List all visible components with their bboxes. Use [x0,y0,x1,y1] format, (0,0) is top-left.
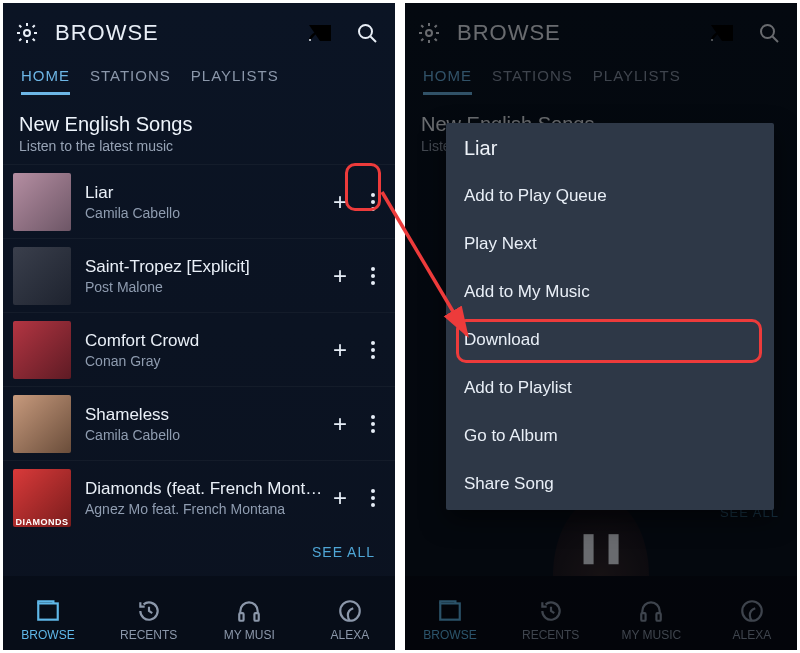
svg-line-3 [371,37,377,43]
menu-item-add-playlist[interactable]: Add to Playlist [446,364,774,412]
see-all-link[interactable]: SEE ALL [3,534,395,566]
album-art [13,321,71,379]
svg-rect-6 [255,613,259,621]
more-icon[interactable] [367,261,379,291]
more-icon[interactable] [367,483,379,513]
section-header: New English Songs Listen to the latest m… [3,95,395,164]
song-title: Diamonds (feat. French Mont… [85,479,325,499]
song-title: Saint-Tropez [Explicit] [85,257,325,277]
nav-label: ALEXA [331,628,370,642]
add-icon[interactable]: + [333,412,347,436]
album-art [13,395,71,453]
song-artist: Conan Gray [85,353,325,369]
album-art [13,173,71,231]
svg-rect-5 [240,613,244,621]
menu-item-play-next[interactable]: Play Next [446,220,774,268]
add-icon[interactable]: + [333,338,347,362]
browse-icon [35,598,61,624]
song-row[interactable]: Liar Camila Cabello + [3,164,395,238]
nav-browse[interactable]: BROWSE [17,598,79,642]
menu-item-add-mymusic[interactable]: Add to My Music [446,268,774,316]
svg-point-1 [309,39,311,41]
song-artist: Post Malone [85,279,325,295]
section-subtitle: Listen to the latest music [19,138,377,154]
recents-icon [136,598,162,624]
nav-label: RECENTS [120,628,177,642]
svg-rect-4 [38,603,58,619]
song-row[interactable]: Shameless Camila Cabello + [3,386,395,460]
nav-mymusic[interactable]: MY MUSI [218,598,280,642]
song-title: Comfort Crowd [85,331,325,351]
nav-recents[interactable]: RECENTS [118,598,180,642]
add-icon[interactable]: + [333,486,347,510]
svg-point-2 [359,25,372,38]
phone-left: BROWSE HOME [3,3,395,650]
menu-item-go-album[interactable]: Go to Album [446,412,774,460]
alexa-icon [337,598,363,624]
nav-label: MY MUSI [224,628,275,642]
song-title: Shameless [85,405,325,425]
more-icon[interactable] [367,409,379,439]
add-icon[interactable]: + [333,264,347,288]
album-art [13,247,71,305]
annotation-highlight-more [345,163,381,211]
nav-alexa[interactable]: ALEXA [319,598,381,642]
tab-playlists[interactable]: PLAYLISTS [191,61,279,95]
song-row[interactable]: DIAMONDS Diamonds (feat. French Mont… Ag… [3,460,395,534]
album-art: DIAMONDS [13,469,71,527]
song-artist: Camila Cabello [85,205,325,221]
song-title: Liar [85,183,325,203]
svg-point-0 [24,30,30,36]
menu-item-share[interactable]: Share Song [446,460,774,508]
song-artist: Agnez Mo feat. French Montana [85,501,325,517]
header-title: BROWSE [55,20,297,46]
tabs: HOME STATIONS PLAYLISTS [3,57,395,95]
tab-stations[interactable]: STATIONS [90,61,171,95]
bottom-nav: BROWSE RECENTS MY MUSI ALEXA [3,576,395,650]
more-icon[interactable] [367,335,379,365]
settings-icon[interactable] [15,21,39,45]
nav-label: BROWSE [21,628,74,642]
tab-home[interactable]: HOME [21,61,70,95]
app-header: BROWSE [3,3,395,57]
song-row[interactable]: Saint-Tropez [Explicit] Post Malone + [3,238,395,312]
song-artist: Camila Cabello [85,427,325,443]
context-menu: Liar Add to Play Queue Play Next Add to … [446,123,774,510]
context-menu-title: Liar [446,123,774,172]
search-icon[interactable] [355,21,379,45]
menu-item-add-queue[interactable]: Add to Play Queue [446,172,774,220]
headphones-icon [236,598,262,624]
cast-icon[interactable] [307,22,333,44]
song-row[interactable]: Comfort Crowd Conan Gray + [3,312,395,386]
section-title: New English Songs [19,113,377,136]
annotation-highlight-download [456,319,762,363]
